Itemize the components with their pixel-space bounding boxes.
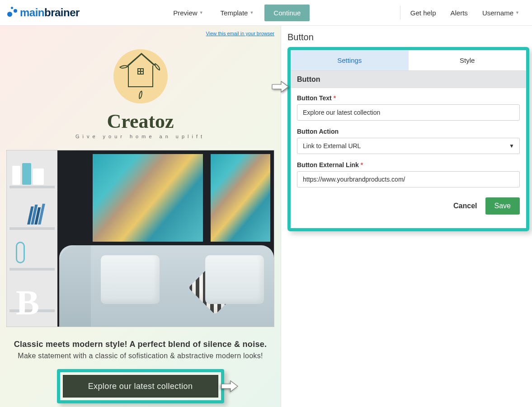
nav-template-label: Template [221,9,248,17]
tab-style-label: Style [460,56,475,64]
tab-settings[interactable]: Settings [291,50,409,70]
button-text-input[interactable] [297,104,520,121]
cta-button[interactable]: Explore our latest collection [63,375,218,398]
chevron-down-icon: ▼ [250,10,254,15]
continue-label: Continue [273,9,301,17]
hero-image: B [6,150,274,327]
copy-subline: Make statement with a classic of sofisti… [8,352,273,360]
nav-preview-label: Preview [173,9,197,17]
copy-headline: Classic meets modern style! A perfect bl… [8,340,273,349]
form-body: Button Text * Button Action ▼ Button Ext… [291,88,526,228]
chevron-down-icon: ▼ [199,10,203,15]
cta-highlight-box: Explore our latest collection [57,369,224,403]
brand-name: Creatoz [0,110,281,133]
top-nav: mainbrainer Preview ▼ Template ▼ Continu… [0,0,532,26]
external-link-label: Button External Link * [297,161,520,168]
side-panel: Button Settings Style Button Button Text… [281,26,532,407]
form-actions: Cancel Save [297,195,520,222]
tab-settings-label: Settings [337,56,362,64]
logo-brain: brainer [44,6,80,19]
nav-divider [400,6,400,19]
arrow-left-icon [221,380,239,393]
button-action-value[interactable] [297,138,520,154]
main: View this email in your browser Creatoz … [0,26,532,407]
button-text-label: Button Text * [297,94,520,102]
email-copy: Classic meets modern style! A perfect bl… [0,327,281,365]
nav-preview[interactable]: Preview ▼ [167,5,209,21]
username-menu[interactable]: Username ▼ [475,5,527,21]
required-indicator: * [361,161,363,168]
button-action-select[interactable]: ▼ [297,138,520,154]
alerts-label: Alerts [451,9,468,17]
panel-title: Button [287,32,529,42]
nav-template[interactable]: Template ▼ [214,5,260,21]
chevron-down-icon: ▼ [515,10,519,15]
alerts-link[interactable]: Alerts [443,5,475,21]
nav-center: Preview ▼ Template ▼ Continue [80,5,397,21]
nav-right: Get help Alerts Username ▼ [397,5,527,21]
username-label: Username [482,9,513,17]
panel-tabs: Settings Style [291,50,526,71]
tab-style[interactable]: Style [409,50,527,70]
app-logo[interactable]: mainbrainer [5,6,80,19]
arrow-right-icon [271,80,289,93]
panel-highlight-box: Settings Style Button Button Text * Butt… [287,47,529,231]
required-indicator: * [334,94,336,102]
email-preview-pane: View this email in your browser Creatoz … [0,26,281,407]
view-in-browser-link[interactable]: View this email in your browser [206,31,274,36]
logo-dots-icon [5,6,17,19]
get-help-link[interactable]: Get help [403,5,443,21]
logo-text: mainbrainer [20,6,80,19]
save-button[interactable]: Save [485,197,520,215]
view-in-browser-row: View this email in your browser [0,29,281,38]
section-header: Button [291,71,526,88]
button-action-label: Button Action [297,128,520,135]
logo-main: main [20,6,44,19]
continue-button[interactable]: Continue [264,5,310,21]
brand-logo-icon [113,49,168,103]
brand-block: Creatoz Give your home an uplift [0,38,281,144]
cancel-button[interactable]: Cancel [453,202,477,210]
get-help-label: Get help [410,9,436,17]
external-link-input[interactable] [297,171,520,187]
brand-tagline: Give your home an uplift [0,134,281,139]
